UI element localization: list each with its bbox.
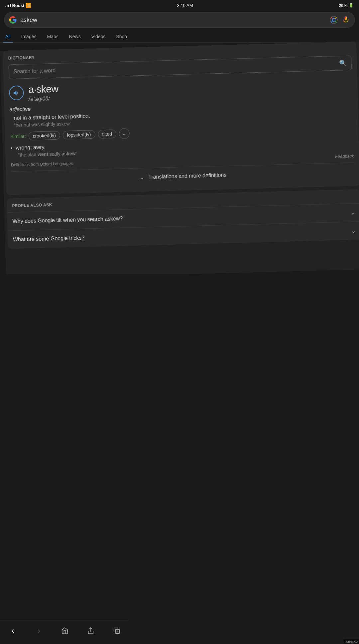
dictionary-card: DICTIONARY 🔍 a·skew /ə'skyōō/ xyxy=(3,41,359,195)
similar-expand-button[interactable]: ⌄ xyxy=(119,128,130,139)
chip-lopsided[interactable]: lopsided(ly) xyxy=(62,130,95,140)
translations-label: Translations and more definitions xyxy=(148,172,226,180)
svg-rect-2 xyxy=(345,16,347,20)
word-header: a·skew /ə'skyōō/ xyxy=(9,75,352,103)
tab-bar: All Images Maps News Videos Shop xyxy=(0,31,359,43)
google-logo xyxy=(9,16,17,24)
tab-shop[interactable]: Shop xyxy=(111,31,132,42)
tab-videos[interactable]: Videos xyxy=(86,31,111,42)
translations-chevron-icon: ⌄ xyxy=(139,174,145,181)
paa-question-1: Why does Google tilt when you search ask… xyxy=(12,210,350,225)
content-area: DICTIONARY 🔍 a·skew /ə'skyōō/ xyxy=(0,41,359,274)
search-magnifier-icon: 🔍 xyxy=(339,59,347,67)
svg-point-1 xyxy=(332,19,335,22)
battery-icon: 🔋 xyxy=(349,3,354,8)
paa-chevron-1: ⌄ xyxy=(350,209,356,216)
word-display: a·skew xyxy=(28,83,59,95)
tab-all[interactable]: All xyxy=(0,31,16,42)
similar-label: Similar: xyxy=(10,133,26,139)
oxford-source: Definitions from Oxford Languages xyxy=(11,161,73,167)
mic-icon[interactable] xyxy=(341,16,350,24)
main-content: DICTIONARY 🔍 a·skew /ə'skyōō/ xyxy=(0,41,359,274)
tab-news[interactable]: News xyxy=(64,31,86,42)
bullet-text: wrong; awry. xyxy=(16,144,46,151)
carrier-label: Boost xyxy=(12,3,25,8)
time-display: 3:10 AM xyxy=(177,3,193,8)
bullet-icon: • xyxy=(11,145,13,151)
tab-images[interactable]: Images xyxy=(16,31,42,42)
status-bar: Boost 📶 3:10 AM 29% 🔋 xyxy=(0,0,359,9)
word-search-input[interactable] xyxy=(14,60,339,75)
signal-bars xyxy=(5,4,11,7)
search-action-icons xyxy=(329,16,350,24)
word-title-group: a·skew /ə'skyōō/ xyxy=(28,83,59,102)
paa-chevron-2: ⌄ xyxy=(351,227,356,234)
status-left: Boost 📶 xyxy=(5,3,31,8)
battery-level: 29% xyxy=(339,3,347,8)
paa-question-2: What are some Google tricks? xyxy=(13,228,351,243)
tab-maps[interactable]: Maps xyxy=(42,31,63,42)
chip-crooked[interactable]: crooked(ly) xyxy=(28,131,60,140)
search-query-text[interactable]: askew xyxy=(20,17,326,24)
search-bar-wrapper: askew xyxy=(0,9,359,31)
chip-tilted[interactable]: tilted xyxy=(98,129,116,138)
phonetic-text: /ə'skyōō/ xyxy=(29,95,59,102)
wifi-icon: 📶 xyxy=(26,3,31,8)
people-also-ask-card: PEOPLE ALSO ASK Why does Google tilt whe… xyxy=(7,189,359,249)
feedback-link[interactable]: Feedback xyxy=(335,153,354,159)
status-right: 29% 🔋 xyxy=(339,3,354,8)
lens-icon[interactable] xyxy=(329,16,338,24)
speaker-button[interactable] xyxy=(9,85,24,100)
speaker-icon xyxy=(13,89,20,97)
search-bar[interactable]: askew xyxy=(4,12,355,28)
translations-row[interactable]: ⌄ Translations and more definitions xyxy=(11,162,355,190)
